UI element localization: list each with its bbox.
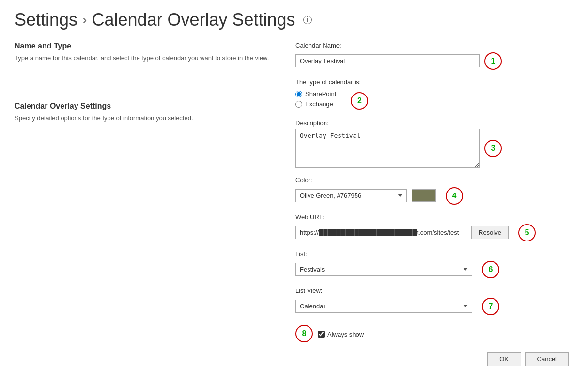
color-swatch: [412, 189, 436, 202]
resolve-button[interactable]: Resolve: [471, 226, 509, 239]
breadcrumb-arrow: ›: [82, 12, 87, 28]
section-overlay-settings: Calendar Overlay Settings Specify detail…: [15, 102, 276, 123]
ok-button[interactable]: OK: [487, 352, 521, 366]
url-row: Resolve: [295, 226, 509, 239]
always-show-row: Always show: [318, 331, 364, 338]
list-label: List:: [295, 250, 573, 257]
list-wrapper: Festivals 6: [295, 260, 573, 278]
section-name-type: Name and Type Type a name for this calen…: [15, 42, 276, 63]
annotation-1: 1: [484, 52, 502, 70]
list-view-select[interactable]: Calendar: [295, 300, 472, 313]
always-show-wrapper: 8 Always show: [295, 324, 573, 342]
web-url-label: Web URL:: [295, 213, 573, 221]
calendar-name-wrapper: 1: [295, 51, 573, 70]
web-url-input[interactable]: [295, 226, 467, 239]
color-label: Color:: [295, 177, 573, 184]
description-label: Description:: [295, 119, 573, 127]
always-show-checkbox[interactable]: [318, 331, 325, 338]
calendar-type-label: The type of calendar is:: [295, 79, 573, 86]
form-group-list-view: List View: Calendar 7: [295, 287, 573, 315]
form-group-web-url: Web URL: Resolve 5: [295, 213, 573, 241]
annotation-8: 8: [295, 325, 313, 342]
color-select[interactable]: Olive Green, #767956: [295, 189, 407, 202]
page-container: Settings › Calendar Overlay Settings i N…: [0, 0, 588, 376]
section-overlay-desc: Specify detailed options for the type of…: [15, 113, 276, 123]
right-panel: Calendar Name: 1 The type of calendar is…: [286, 42, 573, 366]
list-view-wrapper: Calendar 7: [295, 297, 573, 315]
annotation-3: 3: [484, 140, 502, 157]
calendar-name-label: Calendar Name:: [295, 42, 573, 49]
radio-exchange-input[interactable]: [295, 101, 302, 108]
always-show-label[interactable]: Always show: [327, 331, 364, 338]
annotation-2: 2: [351, 92, 368, 110]
radio-exchange: Exchange: [295, 100, 336, 108]
form-group-calendar-type: The type of calendar is: SharePoint Exch…: [295, 79, 573, 111]
page-title: Settings › Calendar Overlay Settings i: [15, 10, 573, 30]
annotation-6: 6: [482, 261, 499, 278]
web-url-wrapper: Resolve 5: [295, 223, 573, 241]
color-wrapper: Olive Green, #767956 4: [295, 186, 573, 205]
section-overlay-title: Calendar Overlay Settings: [15, 102, 276, 111]
color-row: Olive Green, #767956: [295, 189, 436, 202]
bottom-buttons: OK Cancel: [295, 352, 573, 366]
section-name-type-title: Name and Type: [15, 42, 276, 50]
breadcrumb-overlay: Calendar Overlay Settings: [92, 10, 295, 30]
info-icon[interactable]: i: [303, 16, 312, 24]
radio-exchange-label[interactable]: Exchange: [305, 100, 333, 108]
section-name-type-desc: Type a name for this calendar, and selec…: [15, 53, 276, 63]
calendar-type-wrapper: SharePoint Exchange 2: [295, 88, 573, 111]
radio-group-type: SharePoint Exchange: [295, 90, 336, 111]
radio-sharepoint-input[interactable]: [295, 91, 302, 97]
description-wrapper: Overlay Festival 3: [295, 129, 573, 168]
radio-sharepoint: SharePoint: [295, 90, 336, 97]
form-group-color: Color: Olive Green, #767956 4: [295, 177, 573, 205]
list-select[interactable]: Festivals: [295, 263, 472, 276]
description-textarea[interactable]: Overlay Festival: [295, 129, 480, 168]
annotation-7: 7: [482, 298, 499, 315]
form-group-description: Description: Overlay Festival 3: [295, 119, 573, 168]
calendar-name-input[interactable]: [295, 54, 480, 67]
list-view-label: List View:: [295, 287, 573, 294]
annotation-5: 5: [518, 224, 536, 241]
left-panel: Name and Type Type a name for this calen…: [15, 42, 286, 366]
radio-sharepoint-label[interactable]: SharePoint: [305, 90, 336, 97]
breadcrumb-settings: Settings: [15, 10, 77, 30]
content-layout: Name and Type Type a name for this calen…: [15, 42, 573, 366]
cancel-button[interactable]: Cancel: [525, 352, 569, 366]
url-input-container: [295, 226, 467, 239]
form-group-calendar-name: Calendar Name: 1: [295, 42, 573, 70]
form-group-list: List: Festivals 6: [295, 250, 573, 278]
annotation-4: 4: [446, 187, 463, 205]
